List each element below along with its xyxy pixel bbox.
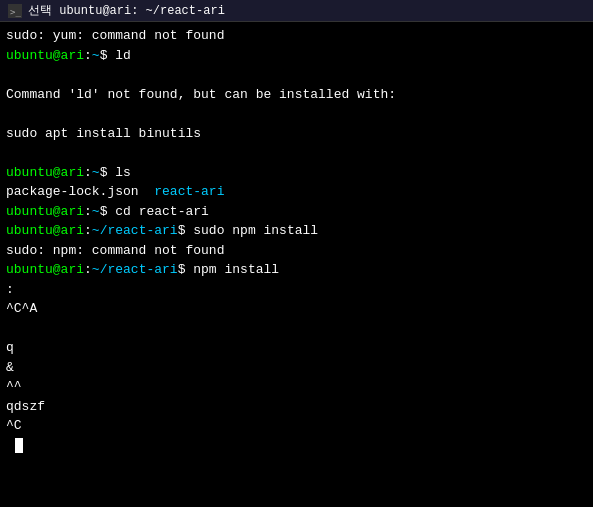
terminal-line: sudo apt install binutils: [6, 124, 587, 144]
terminal-line: [6, 104, 587, 124]
terminal-line: ^^: [6, 377, 587, 397]
terminal-line: ubuntu@ari:~$ cd react-ari: [6, 202, 587, 222]
terminal-cursor-line: [6, 436, 587, 456]
terminal-line: sudo: yum: command not found: [6, 26, 587, 46]
terminal-line: ^C: [6, 416, 587, 436]
terminal[interactable]: sudo: yum: command not found ubuntu@ari:…: [0, 22, 593, 507]
terminal-icon: >_: [8, 4, 22, 18]
title-bar: >_ 선택 ubuntu@ari: ~/react-ari: [0, 0, 593, 22]
title-bar-text: 선택 ubuntu@ari: ~/react-ari: [28, 2, 225, 19]
terminal-line: q: [6, 338, 587, 358]
svg-text:>_: >_: [10, 7, 21, 17]
terminal-line: :: [6, 280, 587, 300]
terminal-line: ubuntu@ari:~/react-ari$ npm install: [6, 260, 587, 280]
terminal-line: Command 'ld' not found, but can be insta…: [6, 85, 587, 105]
terminal-line: [6, 65, 587, 85]
terminal-line: qdszf: [6, 397, 587, 417]
terminal-line: ubuntu@ari:~$ ld: [6, 46, 587, 66]
terminal-line: ubuntu@ari:~$ ls: [6, 163, 587, 183]
terminal-line: package-lock.json react-ari: [6, 182, 587, 202]
terminal-line: [6, 143, 587, 163]
cursor: [15, 438, 23, 453]
terminal-line: ubuntu@ari:~/react-ari$ sudo npm install: [6, 221, 587, 241]
terminal-line: &: [6, 358, 587, 378]
terminal-line: [6, 319, 587, 339]
terminal-line: ^C^A: [6, 299, 587, 319]
terminal-line: sudo: npm: command not found: [6, 241, 587, 261]
